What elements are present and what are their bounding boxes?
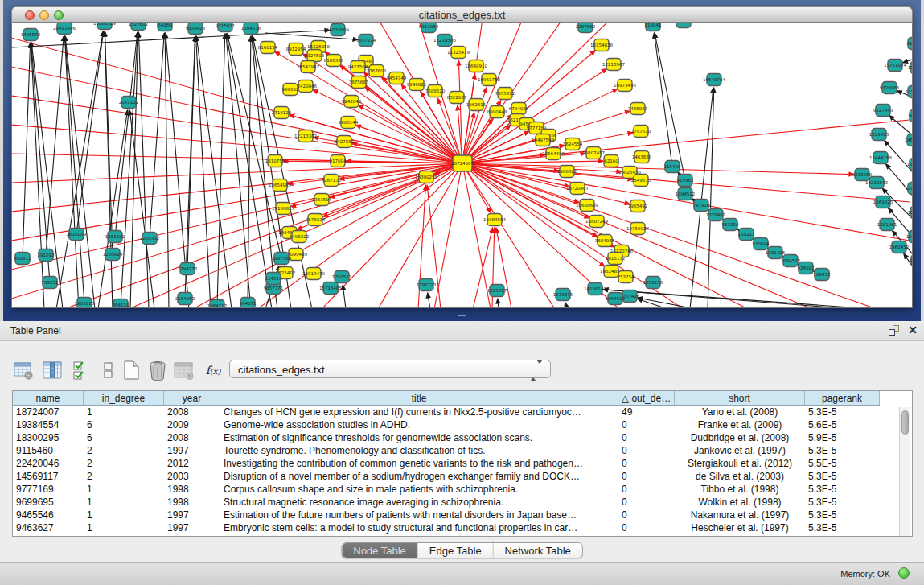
graph-node-label: 1227343 (906, 89, 913, 94)
graph-node-label: 20691406 (53, 26, 76, 31)
citation-edge-black[interactable] (498, 299, 499, 307)
citation-edge-red[interactable] (462, 163, 877, 307)
graph-node-label: 8678334 (306, 217, 326, 222)
citation-edge-red[interactable] (11, 163, 462, 212)
citation-edge-black[interactable] (638, 298, 696, 307)
citation-edge-black[interactable] (31, 43, 50, 282)
table-selector-dropdown[interactable]: citations_edges.txt (229, 360, 551, 378)
citation-edge-black[interactable] (138, 32, 149, 307)
citation-edge-black[interactable] (343, 285, 346, 307)
function-builder-icon[interactable]: f(x) (203, 359, 224, 381)
table-cell: Dudbridge et al. (2008) (675, 431, 805, 444)
close-panel-icon[interactable]: ✕ (908, 323, 918, 336)
citation-edge-black[interactable] (165, 33, 169, 307)
citation-edge-red[interactable] (458, 60, 462, 163)
table-cell: 9699695 (13, 496, 84, 509)
delete-icon[interactable] (147, 359, 168, 381)
table-panel-header: Table Panel ✕ (0, 321, 924, 341)
citation-edge-black[interactable] (65, 36, 95, 307)
graph-node-label: 864120 (113, 303, 129, 307)
citation-edge-black[interactable] (121, 32, 138, 305)
graph-node-label: 1463638 (632, 154, 652, 159)
new-file-icon[interactable] (121, 359, 142, 381)
citation-edge-red[interactable] (462, 23, 483, 163)
table-cell: 9465546 (13, 509, 84, 521)
graph-node-label: 9327508 (305, 53, 325, 58)
table-row[interactable]: 969969511998Structural magnetic resonanc… (13, 496, 912, 509)
table-settings-icon[interactable] (13, 359, 34, 381)
citation-edge-black[interactable] (31, 43, 63, 307)
table-row[interactable]: 977716911998Corpus callosum shape and si… (13, 483, 912, 496)
citation-edge-black[interactable] (46, 36, 64, 255)
table-row[interactable]: 1872400712008Changes of HCN gene express… (13, 406, 912, 418)
graph-node-label: 915046 (907, 41, 914, 46)
table-row[interactable]: 2242004622012Investigating the contribut… (13, 457, 912, 470)
citation-edge-black[interactable] (196, 36, 232, 307)
column-header-in-degree[interactable]: in_degree (84, 391, 164, 406)
citation-edge-black[interactable] (690, 88, 713, 307)
citation-edge-black[interactable] (248, 36, 251, 303)
column-header-name[interactable]: name (13, 391, 84, 406)
table-vertical-scrollbar[interactable] (899, 407, 910, 536)
table-row[interactable]: 946554611997Estimation of the future num… (13, 509, 912, 521)
table-row[interactable]: 1938455462009Genome-wide association stu… (13, 418, 912, 431)
column-header-short[interactable]: short (675, 391, 805, 406)
graph-node-label: 8990448 (487, 109, 507, 114)
citation-edge-black[interactable] (217, 34, 225, 306)
graph-node-label: 15218506 (433, 38, 456, 43)
show-column-icon[interactable] (42, 359, 63, 381)
import-table-icon-disabled (174, 359, 195, 381)
scrollbar-thumb[interactable] (901, 410, 909, 435)
table-cell: 5.3E-5 (805, 483, 880, 496)
graph-node-label: 1962615 (466, 102, 487, 107)
graph-node-label: 2718120 (272, 110, 292, 115)
table-row[interactable]: 946362711997Embryonic stem cells: a mode… (13, 521, 912, 534)
graph-node-label: 1261502 (105, 234, 125, 239)
citation-edge-black[interactable] (196, 36, 211, 307)
column-header-out-de-[interactable]: △ out_de… (618, 391, 675, 406)
float-panel-icon[interactable] (889, 325, 901, 336)
table-row[interactable]: 911546021997Tourette syndrome. Phenomeno… (13, 444, 912, 457)
table-cell: 5.3E-5 (805, 406, 880, 418)
citation-edge-black[interactable] (565, 303, 567, 307)
network-canvas[interactable]: 1872400727181201810755106549851916682719… (11, 23, 913, 308)
column-header-year[interactable]: year (164, 391, 220, 406)
table-row[interactable]: 1456911722003Disruption of a novel membe… (13, 470, 912, 483)
citation-edge-black[interactable] (56, 31, 103, 307)
citation-edge-black[interactable] (65, 36, 79, 307)
citation-edge-black[interactable] (185, 36, 195, 299)
tab-network-table[interactable]: Network Table (494, 543, 582, 558)
tab-edge-table[interactable]: Edge Table (418, 543, 494, 558)
citation-edge-black[interactable] (903, 56, 913, 63)
select-columns-icon[interactable] (71, 359, 92, 381)
graph-node-label: 1864212 (207, 303, 228, 307)
citation-edge-black[interactable] (76, 31, 104, 234)
citation-edge-black[interactable] (654, 33, 672, 167)
graph-node-label: 18640910 (465, 64, 487, 68)
tab-node-table[interactable]: Node Table (342, 543, 418, 558)
graph-node-label: 6794028 (509, 106, 529, 111)
citation-edge-black[interactable] (98, 110, 128, 307)
network-window-titlebar[interactable]: citations_edges.txt (11, 6, 913, 23)
citation-edge-black[interactable] (65, 36, 84, 303)
column-header-pagerank[interactable]: pagerank (805, 391, 880, 406)
column-header-title[interactable]: title (220, 391, 618, 406)
citation-edge-black[interactable] (226, 34, 251, 307)
panel-splitter-handle[interactable] (458, 315, 466, 319)
graph-node-label: 20564486 (542, 151, 565, 156)
citation-network-graph[interactable]: 1872400727181201810755106549851916682719… (11, 23, 913, 307)
graph-node-label: 2051102 (119, 100, 139, 105)
citation-edge-black[interactable] (655, 33, 685, 180)
citation-edge-red[interactable] (473, 228, 493, 307)
citation-edge-black[interactable] (150, 33, 164, 238)
row-height-icon[interactable] (98, 359, 119, 381)
graph-node-label: 2164952 (175, 296, 195, 301)
citation-edge-black[interactable] (428, 293, 430, 307)
citation-edge-black[interactable] (31, 43, 44, 307)
table-cell: 1 (84, 483, 164, 496)
table-row[interactable]: 1830029562008Estimation of significance … (13, 431, 912, 444)
citation-edge-black[interactable] (708, 88, 714, 307)
citation-edge-black[interactable] (23, 43, 31, 258)
table-cell: 1 (84, 496, 164, 509)
citation-edge-black[interactable] (115, 32, 138, 237)
